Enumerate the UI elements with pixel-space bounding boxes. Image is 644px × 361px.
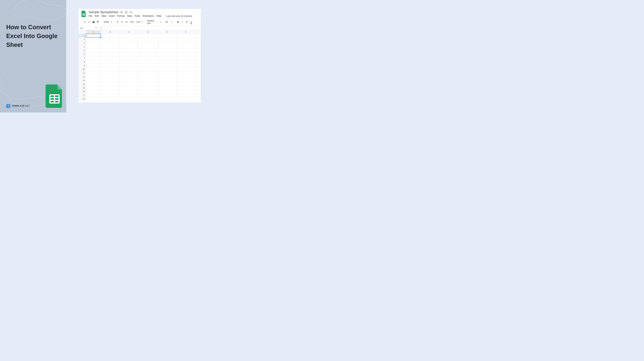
cell[interactable]: [101, 64, 120, 67]
cell[interactable]: [158, 97, 176, 101]
cell[interactable]: [101, 45, 120, 49]
cell[interactable]: [101, 82, 120, 86]
cell[interactable]: [139, 60, 158, 63]
row-header[interactable]: 3: [79, 41, 86, 45]
cell[interactable]: [139, 93, 158, 97]
cell[interactable]: [195, 60, 201, 63]
cell[interactable]: [101, 67, 120, 71]
cell[interactable]: [139, 67, 158, 71]
cell[interactable]: [139, 45, 158, 49]
cell[interactable]: [176, 78, 195, 82]
cell[interactable]: [101, 93, 120, 97]
menu-format[interactable]: Format: [117, 14, 125, 18]
zoom-selector[interactable]: 100%: [103, 21, 112, 23]
cell[interactable]: [176, 86, 195, 90]
cell[interactable]: [139, 75, 158, 78]
row-header[interactable]: 1: [79, 34, 86, 37]
cell[interactable]: [139, 34, 158, 37]
menu-tools[interactable]: Tools: [135, 14, 140, 18]
cell[interactable]: [158, 49, 176, 52]
cell[interactable]: [101, 75, 120, 78]
cell[interactable]: [195, 93, 201, 97]
cell[interactable]: [120, 34, 139, 37]
bold-button[interactable]: B: [176, 20, 180, 24]
print-icon[interactable]: [92, 20, 96, 24]
cell[interactable]: [101, 71, 120, 75]
cell[interactable]: [195, 56, 201, 60]
format-percent-button[interactable]: %: [120, 20, 124, 24]
cell[interactable]: [86, 82, 101, 86]
row-header[interactable]: 11: [79, 71, 86, 75]
move-folder-icon[interactable]: [125, 11, 128, 14]
cell[interactable]: [86, 97, 101, 101]
row-header[interactable]: 8: [79, 60, 86, 63]
cell[interactable]: [139, 49, 158, 52]
format-currency-button[interactable]: $: [116, 20, 120, 24]
cloud-status-icon[interactable]: [130, 11, 132, 14]
cell[interactable]: [120, 93, 139, 97]
cell[interactable]: [195, 90, 201, 93]
cell[interactable]: [120, 82, 139, 86]
sheets-app-icon[interactable]: [81, 10, 86, 17]
strikethrough-button[interactable]: S: [185, 20, 189, 24]
cell[interactable]: [176, 93, 195, 97]
cell[interactable]: [120, 38, 139, 41]
row-header[interactable]: 14: [79, 82, 86, 86]
cell[interactable]: [176, 90, 195, 93]
cell[interactable]: [176, 97, 195, 101]
cell[interactable]: [195, 86, 201, 90]
cell[interactable]: [176, 75, 195, 78]
row-header[interactable]: 17: [79, 93, 86, 97]
select-all-corner[interactable]: [79, 30, 86, 34]
cell[interactable]: [86, 71, 101, 75]
cell[interactable]: [176, 67, 195, 71]
cell[interactable]: [158, 45, 176, 49]
cell[interactable]: [120, 64, 139, 67]
cell[interactable]: [158, 67, 176, 71]
cell[interactable]: [195, 41, 201, 45]
cell[interactable]: [176, 49, 195, 52]
cell[interactable]: [195, 71, 201, 75]
column-header-a[interactable]: A: [86, 30, 101, 34]
cell[interactable]: [86, 38, 101, 41]
cell[interactable]: [120, 90, 139, 93]
cell[interactable]: [86, 75, 101, 78]
cell[interactable]: [176, 52, 195, 56]
cell[interactable]: [158, 93, 176, 97]
cell[interactable]: [86, 41, 101, 45]
cell[interactable]: [139, 82, 158, 86]
menu-edit[interactable]: Edit: [95, 14, 99, 18]
name-box[interactable]: A1: [79, 26, 98, 30]
menu-insert[interactable]: Insert: [109, 14, 115, 18]
column-header-c[interactable]: C: [120, 30, 139, 34]
menu-view[interactable]: View: [102, 14, 106, 18]
cell[interactable]: [101, 78, 120, 82]
cell[interactable]: [195, 34, 201, 37]
cell[interactable]: [86, 56, 101, 60]
cell[interactable]: [120, 45, 139, 49]
column-header-e[interactable]: E: [158, 30, 176, 34]
cell[interactable]: [139, 71, 158, 75]
menu-data[interactable]: Data: [127, 14, 132, 18]
cell[interactable]: [120, 60, 139, 63]
star-icon[interactable]: [120, 11, 123, 14]
cell[interactable]: [101, 34, 120, 37]
row-header[interactable]: 16: [79, 90, 86, 93]
cell[interactable]: [195, 82, 201, 86]
column-header-d[interactable]: D: [139, 30, 158, 34]
font-selector[interactable]: Default (Ari…: [146, 19, 162, 24]
cell[interactable]: [101, 56, 120, 60]
redo-icon[interactable]: [87, 20, 91, 24]
row-header[interactable]: 5: [79, 49, 86, 52]
cell[interactable]: [86, 49, 101, 52]
cell[interactable]: [158, 90, 176, 93]
cell[interactable]: [195, 45, 201, 49]
cell[interactable]: [86, 67, 101, 71]
cell[interactable]: [176, 64, 195, 67]
cell[interactable]: [195, 52, 201, 56]
cell[interactable]: [158, 34, 176, 37]
cell[interactable]: [101, 49, 120, 52]
cell[interactable]: [120, 75, 139, 78]
cell[interactable]: [195, 64, 201, 67]
cell[interactable]: [139, 52, 158, 56]
